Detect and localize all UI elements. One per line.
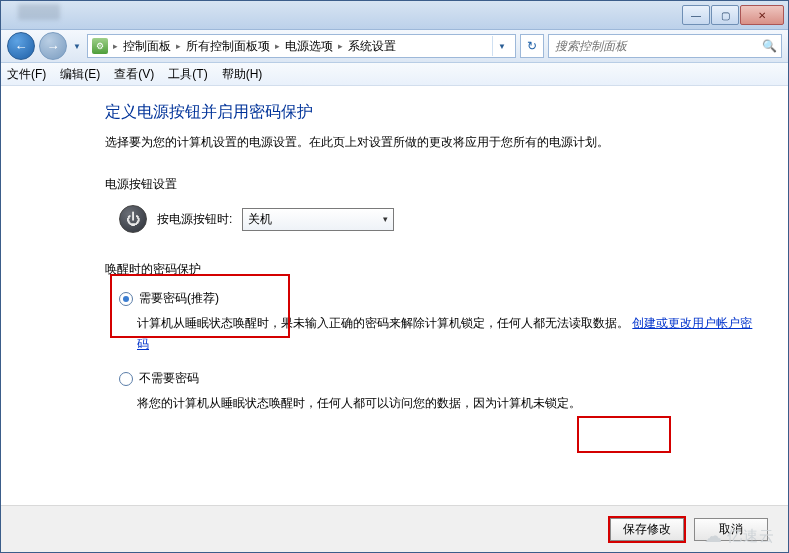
radio-require-password[interactable]: 需要密码(推荐) [119,290,760,307]
section-wake-password: 唤醒时的密码保护 [105,261,760,278]
titlebar-caption-blur [18,4,60,20]
refresh-button[interactable]: ↻ [520,34,544,58]
nav-back-button[interactable]: ← [7,32,35,60]
radio-require-password-desc: 计算机从睡眠状态唤醒时，果未输入正确的密码来解除计算机锁定，任何人都无法读取数据… [137,313,760,354]
close-button[interactable]: ✕ [740,5,784,25]
power-icon: ⏻ [119,205,147,233]
footer-bar: 保存修改 取消 [1,505,788,552]
breadcrumb-seg-0[interactable]: 控制面板 [123,38,171,55]
breadcrumb-sep: ▸ [110,41,121,51]
page-title: 定义电源按钮并启用密码保护 [105,102,760,123]
minimize-button[interactable]: — [682,5,710,25]
breadcrumb-sep: ▸ [335,41,346,51]
breadcrumb-seg-2[interactable]: 电源选项 [285,38,333,55]
radio-no-password[interactable]: 不需要密码 [119,370,760,387]
search-box[interactable]: 🔍 [548,34,782,58]
chevron-down-icon: ▾ [383,214,388,224]
address-dropdown[interactable]: ▼ [492,36,511,56]
power-button-row: ⏻ 按电源按钮时: 关机 ▾ [119,205,760,233]
search-icon[interactable]: 🔍 [762,39,777,53]
desc-part-a: 计算机从睡眠状态唤醒时， [137,316,281,330]
menu-edit[interactable]: 编辑(E) [60,66,100,83]
menu-file[interactable]: 文件(F) [7,66,46,83]
titlebar: — ▢ ✕ [1,1,788,30]
menu-view[interactable]: 查看(V) [114,66,154,83]
breadcrumb-seg-1[interactable]: 所有控制面板项 [186,38,270,55]
menu-tools[interactable]: 工具(T) [168,66,207,83]
radio-require-password-label: 需要密码(推荐) [139,290,219,307]
maximize-button[interactable]: ▢ [711,5,739,25]
window-frame: — ▢ ✕ ← → ▼ ⚙ ▸ 控制面板 ▸ 所有控制面板项 ▸ 电源选项 ▸ … [0,0,789,553]
radio-icon[interactable] [119,292,133,306]
power-action-value: 关机 [248,211,272,228]
desc-part-b: 果未输入正确的密码来解除计算机锁定，任何人都无法读取数据。 [281,316,629,330]
control-panel-icon: ⚙ [92,38,108,54]
radio-no-password-label: 不需要密码 [139,370,199,387]
nav-toolbar: ← → ▼ ⚙ ▸ 控制面板 ▸ 所有控制面板项 ▸ 电源选项 ▸ 系统设置 ▼… [1,30,788,63]
radio-no-password-desc: 将您的计算机从睡眠状态唤醒时，任何人都可以访问您的数据，因为计算机未锁定。 [137,393,760,413]
menu-bar: 文件(F) 编辑(E) 查看(V) 工具(T) 帮助(H) [1,63,788,86]
watermark-text: 亿速云 [727,527,775,546]
radio-icon[interactable] [119,372,133,386]
breadcrumb-seg-3[interactable]: 系统设置 [348,38,396,55]
power-button-label: 按电源按钮时: [157,211,232,228]
section-power-buttons: 电源按钮设置 [105,176,760,193]
menu-help[interactable]: 帮助(H) [222,66,263,83]
content-pane: 定义电源按钮并启用密码保护 选择要为您的计算机设置的电源设置。在此页上对设置所做… [1,86,788,505]
page-description: 选择要为您的计算机设置的电源设置。在此页上对设置所做的更改将应用于您所有的电源计… [105,133,760,152]
watermark: ☁ 亿速云 [704,525,775,547]
nav-forward-button[interactable]: → [39,32,67,60]
breadcrumb-sep: ▸ [272,41,283,51]
cloud-icon: ☁ [704,525,723,547]
address-bar[interactable]: ⚙ ▸ 控制面板 ▸ 所有控制面板项 ▸ 电源选项 ▸ 系统设置 ▼ [87,34,516,58]
search-input[interactable] [553,38,762,54]
save-button[interactable]: 保存修改 [610,518,684,541]
nav-history-dropdown[interactable]: ▼ [71,35,83,57]
breadcrumb-sep: ▸ [173,41,184,51]
power-action-dropdown[interactable]: 关机 ▾ [242,208,394,231]
